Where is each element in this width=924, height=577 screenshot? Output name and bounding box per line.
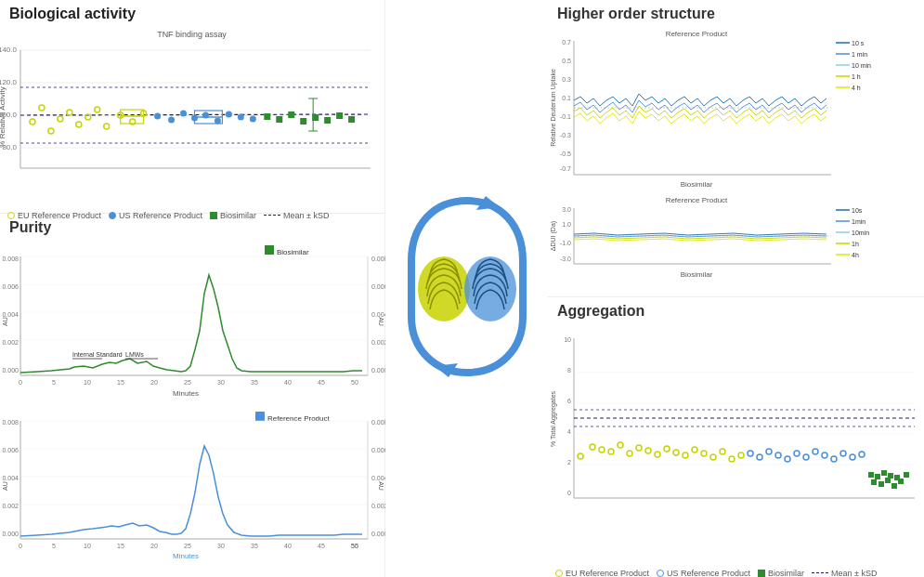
svg-point-199 [710, 454, 716, 460]
svg-text:30: 30 [217, 543, 225, 549]
svg-rect-216 [868, 472, 874, 478]
svg-text:20: 20 [150, 543, 158, 549]
svg-rect-45 [336, 112, 343, 119]
svg-rect-224 [891, 483, 897, 489]
svg-text:45: 45 [318, 543, 325, 549]
svg-text:4 h: 4 h [852, 85, 861, 91]
svg-text:0: 0 [567, 490, 571, 496]
svg-text:0.008: 0.008 [2, 419, 19, 426]
svg-point-36 [250, 116, 256, 123]
svg-text:Reference Product: Reference Product [267, 414, 330, 423]
svg-text:140.0: 140.0 [0, 46, 18, 54]
svg-text:0.006: 0.006 [2, 283, 19, 290]
svg-point-197 [692, 447, 697, 452]
svg-text:55: 55 [351, 543, 358, 549]
svg-text:0.004: 0.004 [2, 475, 19, 481]
svg-text:AU: AU [2, 481, 8, 491]
svg-text:10: 10 [84, 543, 91, 549]
svg-text:Biosimilar: Biosimilar [681, 270, 713, 279]
svg-text:45: 45 [318, 379, 325, 386]
svg-rect-42 [300, 118, 306, 125]
svg-text:0.008: 0.008 [2, 256, 19, 262]
svg-text:30: 30 [217, 379, 225, 386]
agg-legend-bio: Biosimilar [758, 569, 804, 577]
svg-text:10: 10 [84, 379, 91, 386]
svg-point-193 [655, 452, 660, 457]
aggregation-legend: EU Reference Product US Reference Produc… [548, 567, 924, 577]
svg-text:40: 40 [284, 379, 292, 386]
agg-legend-us: US Reference Product [657, 569, 750, 577]
svg-text:0: 0 [19, 543, 22, 549]
svg-point-22 [104, 124, 110, 129]
svg-point-16 [48, 128, 54, 134]
svg-point-188 [608, 449, 614, 454]
svg-text:0.7: 0.7 [562, 39, 571, 46]
svg-text:50: 50 [351, 379, 358, 386]
svg-text:0.002: 0.002 [2, 339, 19, 346]
svg-text:0.002: 0.002 [371, 339, 385, 346]
hos-section: Higher order structure Reference Product… [548, 0, 924, 297]
svg-text:15: 15 [117, 543, 124, 549]
hos-chart: Reference Product 0.7 0.5 0.3 0.1 -0.1 -… [548, 24, 924, 303]
svg-text:1 h: 1 h [852, 73, 861, 80]
svg-text:4h: 4h [852, 252, 859, 258]
svg-text:35: 35 [251, 379, 258, 386]
svg-point-21 [95, 107, 100, 112]
svg-rect-218 [881, 470, 887, 476]
svg-text:AU: AU [2, 317, 8, 326]
svg-point-201 [729, 456, 735, 462]
bio-activity-section: Biological activity TNF binding assay 14… [0, 0, 384, 214]
svg-text:5: 5 [52, 543, 56, 549]
svg-point-204 [757, 454, 762, 460]
svg-point-200 [720, 449, 725, 454]
aggregation-title: Aggregation [548, 297, 924, 321]
svg-text:0.1: 0.1 [562, 95, 571, 101]
svg-text:0.000: 0.000 [2, 531, 19, 537]
svg-rect-225 [898, 479, 904, 484]
svg-text:% Relative Activity: % Relative Activity [0, 86, 7, 147]
svg-point-191 [636, 445, 642, 451]
svg-text:AU: AU [378, 481, 384, 491]
svg-point-19 [76, 122, 82, 127]
svg-point-30 [180, 111, 187, 117]
svg-text:0.006: 0.006 [371, 447, 385, 453]
svg-text:ΔDUI (Da): ΔDUI (Da) [550, 221, 557, 251]
svg-text:0.002: 0.002 [371, 503, 385, 509]
fingerprint-diagram [393, 187, 541, 391]
svg-point-28 [154, 113, 161, 120]
svg-text:15: 15 [117, 379, 124, 386]
svg-text:0: 0 [19, 379, 22, 386]
svg-point-18 [67, 110, 72, 115]
svg-text:Biosimilar: Biosimilar [681, 180, 713, 189]
svg-text:% Total Aggregates: % Total Aggregates [550, 390, 557, 447]
svg-text:6: 6 [567, 398, 571, 404]
svg-text:10 s: 10 s [852, 40, 865, 46]
svg-text:1min: 1min [852, 218, 865, 225]
svg-text:0.004: 0.004 [2, 311, 19, 318]
svg-text:20: 20 [150, 379, 158, 386]
svg-text:0.000: 0.000 [371, 367, 385, 374]
svg-text:2: 2 [567, 459, 571, 466]
svg-point-189 [618, 442, 623, 448]
svg-point-205 [766, 449, 772, 454]
agg-legend-eu: EU Reference Product [555, 569, 649, 577]
svg-rect-39 [264, 113, 270, 120]
svg-text:1.0: 1.0 [562, 221, 571, 228]
chart-subtitle: TNF binding assay [157, 30, 227, 39]
svg-point-212 [831, 456, 837, 462]
svg-point-15 [39, 105, 45, 111]
svg-point-211 [822, 452, 827, 458]
svg-text:25: 25 [184, 543, 191, 549]
svg-text:AU: AU [378, 317, 384, 326]
purity-top-chart: Biosimilar 0.008 0.006 0.004 0.002 0.000… [0, 238, 385, 400]
left-panel: Biological activity TNF binding assay 14… [0, 0, 385, 577]
svg-text:5: 5 [52, 379, 56, 386]
svg-text:0.006: 0.006 [2, 447, 19, 453]
purity-section: Purity Biosimilar 0.008 0.006 0.004 0.00… [0, 214, 384, 577]
svg-text:0.008: 0.008 [371, 419, 385, 426]
svg-text:0.000: 0.000 [2, 367, 19, 374]
svg-text:Minutes: Minutes [173, 552, 199, 560]
svg-text:3.0: 3.0 [562, 206, 571, 213]
svg-point-123 [418, 256, 470, 321]
svg-point-194 [664, 446, 670, 452]
